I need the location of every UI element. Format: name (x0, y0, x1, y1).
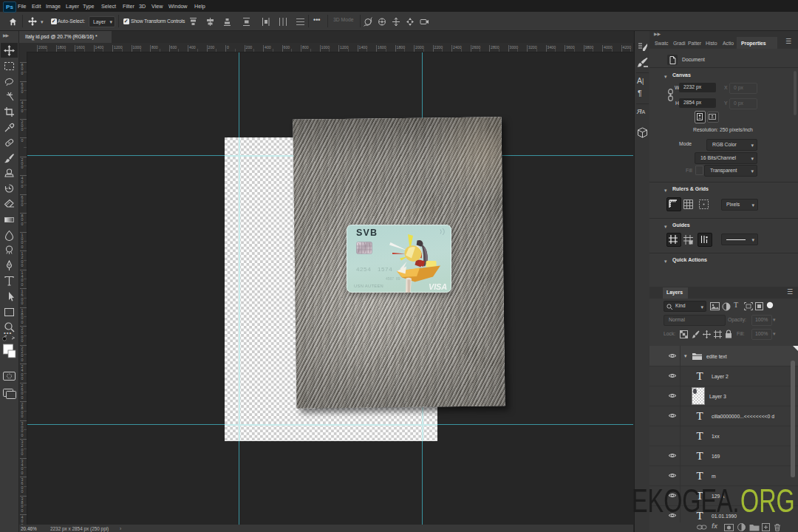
svg-text:SVB: SVB (356, 228, 378, 238)
svg-text:VISA: VISA (429, 282, 447, 291)
svg-text:1574: 1574 (378, 266, 392, 273)
svg-text:4567 89: 4567 89 (386, 276, 400, 281)
svg-text:USN AUTEEN: USN AUTEEN (354, 284, 383, 288)
svg-text:4254: 4254 (356, 266, 371, 273)
